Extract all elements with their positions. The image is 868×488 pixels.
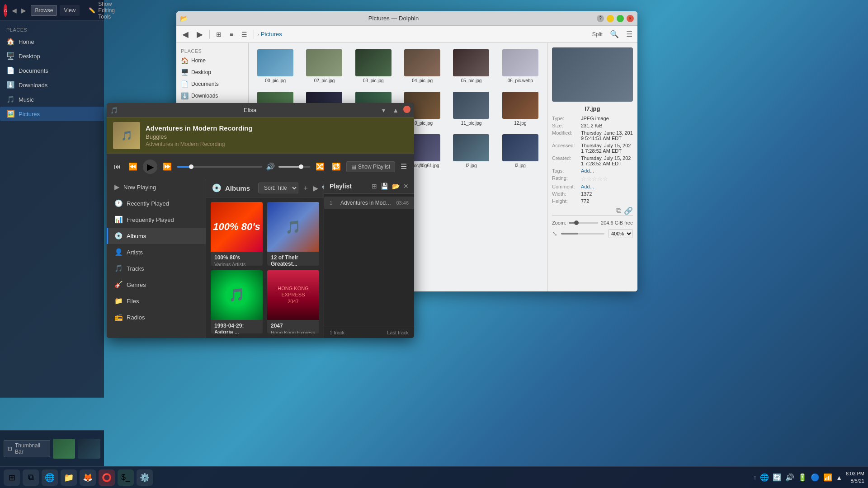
preview-zoom-slider[interactable] xyxy=(561,233,604,235)
play-pause-button[interactable]: ▶ xyxy=(143,160,157,174)
detail-rating-stars[interactable]: ☆☆☆☆☆ xyxy=(581,175,633,182)
playlist-layout-btn[interactable]: ⊞ xyxy=(372,183,377,190)
album-card-roxy[interactable]: 🎵 12 of Their Greatest... Roxy Music xyxy=(267,202,319,266)
taskbar-firefox-icon[interactable]: 🦊 xyxy=(80,469,96,486)
detail-comment-add[interactable]: Add... xyxy=(581,184,633,189)
file-item-02[interactable]: 02_pic.jpg xyxy=(301,47,347,86)
sidebar-artists[interactable]: 👤 Artists xyxy=(107,244,206,260)
taskbar-plasma-icon[interactable]: ⭕ xyxy=(99,469,115,486)
show-playlist-button[interactable]: ▤ Show Playlist xyxy=(346,161,395,172)
playlist-clear-btn[interactable]: ✕ xyxy=(403,183,409,190)
sidebar-tracks[interactable]: 🎵 Tracks xyxy=(107,260,206,277)
split-button[interactable]: Split xyxy=(590,30,605,39)
taskbar-browser-icon[interactable]: 🌐 xyxy=(42,469,58,486)
systray-bluetooth-icon[interactable]: 🔵 xyxy=(811,473,820,482)
detail-view-button[interactable]: ☰ xyxy=(238,29,250,39)
places-item-documents[interactable]: 📄 Documents xyxy=(0,63,104,78)
forward-button[interactable]: ▶ xyxy=(193,28,206,41)
places-item-music[interactable]: 🎵 Music xyxy=(0,92,104,107)
detail-tags-add[interactable]: Add... xyxy=(581,168,633,174)
playlist-item-1[interactable]: 1 Adventures in Modern R... 03:46 xyxy=(324,197,414,209)
album-card-hk[interactable]: HONG KONG EXPRESS2047 2047 Hong Kong Exp… xyxy=(267,270,319,334)
rewind-button[interactable]: ⏪ xyxy=(127,160,139,173)
elisa-chevron-down[interactable]: ▾ xyxy=(379,106,388,115)
back-button[interactable]: ◀ xyxy=(179,28,192,41)
zoom-slider[interactable] xyxy=(569,222,598,224)
places-item-downloads[interactable]: ⬇️ Downloads xyxy=(0,78,104,92)
plasma-logo[interactable]: ○ xyxy=(4,4,7,17)
sidebar-albums[interactable]: 💿 Albums xyxy=(107,228,206,244)
places-item-pictures[interactable]: 🖼️ Pictures xyxy=(0,107,104,121)
menu-button[interactable]: ☰ xyxy=(624,28,635,40)
file-item-05[interactable]: 05_pic.jpg xyxy=(448,47,494,86)
expand-button[interactable]: ⤡ xyxy=(552,230,557,237)
systray-expand-icon[interactable]: ▲ xyxy=(836,474,842,481)
sidebar-recently-played[interactable]: 🕐 Recently Played xyxy=(107,195,206,211)
taskbar-clock[interactable]: 8:03 PM 8/5/21 xyxy=(846,470,864,484)
detail-link-button[interactable]: 🔗 xyxy=(624,206,633,215)
elisa-restore-btn[interactable]: ▲ xyxy=(390,106,401,115)
show-editing-tools-button[interactable]: ✏️ Show Editing Tools xyxy=(82,0,121,23)
icon-view-button[interactable]: ⊞ xyxy=(213,29,225,39)
search-button[interactable]: 🔍 xyxy=(608,28,621,40)
album-card-80s[interactable]: 100% 80's 100% 80's Various Artists xyxy=(211,202,263,266)
sidebar-frequently-played[interactable]: 📊 Frequently Played xyxy=(107,211,206,228)
systray-update-icon[interactable]: 🔄 xyxy=(773,473,782,482)
taskbar-pager-icon[interactable]: ⧉ xyxy=(23,469,39,486)
systray-network-icon[interactable]: 🌐 xyxy=(760,473,769,482)
file-item-03[interactable]: 03_pic.jpg xyxy=(350,47,396,86)
compact-view-button[interactable]: ≡ xyxy=(226,29,236,39)
sidebar-item-documents[interactable]: 📄 Documents xyxy=(176,78,248,90)
file-item-11[interactable]: 11_pic.jpg xyxy=(448,89,494,129)
browse-button[interactable]: Browse xyxy=(31,5,57,16)
playlist-save-btn[interactable]: 💾 xyxy=(381,183,388,190)
volume-slider[interactable] xyxy=(278,166,310,168)
file-item-l2[interactable]: l2.jpg xyxy=(448,131,494,177)
repeat-button[interactable]: 🔁 xyxy=(330,160,343,173)
progress-bar[interactable] xyxy=(177,166,262,168)
file-item-12[interactable]: 12.jpg xyxy=(497,89,543,129)
dolphin-minimize-btn[interactable] xyxy=(607,15,614,22)
shuffle-button[interactable]: 🔀 xyxy=(314,160,326,173)
add-album-button[interactable]: ＋ xyxy=(302,183,309,193)
zoom-thumb[interactable] xyxy=(574,221,579,225)
dolphin-close-btn[interactable]: ✕ xyxy=(627,15,634,22)
sidebar-now-playing[interactable]: ▶ Now Playing xyxy=(107,179,206,195)
sidebar-files[interactable]: 📁 Files xyxy=(107,293,206,309)
file-item-l3[interactable]: l3.jpg xyxy=(497,131,543,177)
playlist-load-btn[interactable]: 📂 xyxy=(392,183,400,190)
detail-copy-button[interactable]: ⧉ xyxy=(616,206,621,215)
volume-icon[interactable]: 🔊 xyxy=(266,162,275,171)
queue-button[interactable]: ☰ xyxy=(399,160,409,173)
taskbar-settings-icon[interactable]: ⚙️ xyxy=(137,469,153,486)
albums-sort-select[interactable]: Sort: Title xyxy=(258,183,298,193)
sidebar-radios[interactable]: 📻 Radios xyxy=(107,309,206,325)
taskbar-apps-icon[interactable]: ⊞ xyxy=(4,469,20,486)
sidebar-item-downloads[interactable]: ⬇️ Downloads xyxy=(176,90,248,102)
nav-forward-arrow[interactable]: ▶ xyxy=(19,6,28,15)
dolphin-maximize-btn[interactable] xyxy=(617,15,624,22)
play-all-button[interactable]: ▶ xyxy=(313,184,318,192)
album-card-astoria[interactable]: 🎵 1993-04-29: Astoria ... Midnight Oil xyxy=(211,270,263,334)
dolphin-help-btn[interactable]: ? xyxy=(597,15,604,22)
systray-audio-icon[interactable]: 🔊 xyxy=(785,473,794,482)
file-item-06[interactable]: 06_pic.webp xyxy=(497,47,543,86)
sidebar-genres[interactable]: 🎸 Genres xyxy=(107,277,206,293)
places-item-desktop[interactable]: 🖥️ Desktop xyxy=(0,49,104,63)
sidebar-item-desktop[interactable]: 🖥️ Desktop xyxy=(176,66,248,78)
file-item-04[interactable]: 04_pic.jpg xyxy=(399,47,445,86)
taskbar-terminal-icon[interactable]: $_ xyxy=(118,469,134,486)
fast-forward-button[interactable]: ⏩ xyxy=(161,160,174,173)
view-button[interactable]: View xyxy=(60,5,80,16)
previous-button[interactable]: ⏮ xyxy=(112,161,123,173)
file-item-00[interactable]: 00_pic.jpg xyxy=(252,47,298,86)
thumbnail-preview-2[interactable] xyxy=(78,439,100,459)
sidebar-item-home[interactable]: 🏠 Home xyxy=(176,55,248,66)
thumbnail-bar-toggle[interactable]: ⊡ Thumbnail Bar xyxy=(4,440,50,457)
systray-wifi-icon[interactable]: 📶 xyxy=(823,473,832,482)
nav-back-arrow[interactable]: ◀ xyxy=(10,6,19,15)
zoom-select[interactable]: 400% xyxy=(608,229,633,238)
taskbar-files-icon[interactable]: 📁 xyxy=(61,469,77,486)
thumbnail-preview-1[interactable] xyxy=(53,439,75,459)
breadcrumb-pictures[interactable]: Pictures xyxy=(261,31,282,38)
